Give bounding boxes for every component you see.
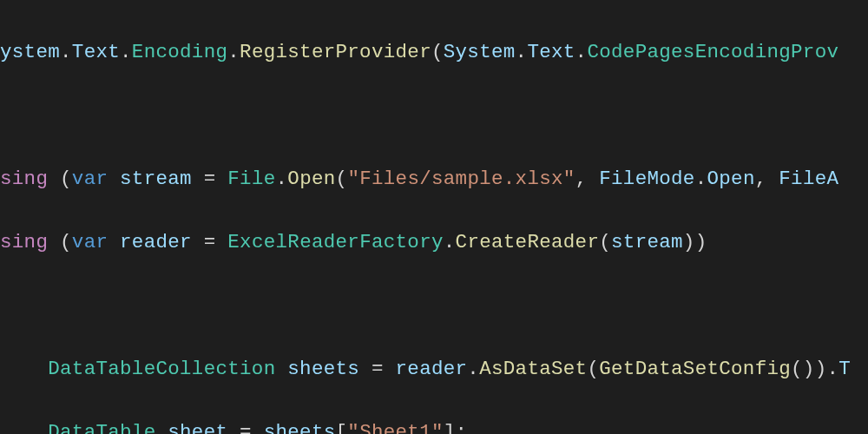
token: File [227,168,275,190]
code-editor[interactable]: ystem.Text.Encoding.RegisterProvider(Sys… [0,0,868,434]
token: AsDataSet [479,358,587,380]
token: ExcelReaderFactory [227,231,443,253]
indent [0,358,48,380]
token: var [72,231,108,253]
token: Open [707,168,754,190]
token: ( [336,168,348,190]
token: = [192,231,227,253]
token: . [120,41,132,63]
token: RegisterProvider [240,41,431,63]
token [275,358,287,380]
token: FileMode [599,168,694,190]
token: . [227,41,240,63]
code-line: sing (var stream = File.Open("Files/samp… [0,163,868,194]
token: Text [72,41,120,63]
token [155,421,168,434]
token: . [516,41,528,63]
token: DataTableCollection [48,358,275,380]
token: "Files/sample.xlsx" [347,168,575,190]
token: DataTable [48,421,155,434]
token: sheets [264,421,336,434]
token: = [359,358,395,380]
token: "Sheet1" [347,421,443,434]
indent [0,421,48,434]
code-line [0,100,868,131]
token: ]; [444,421,468,434]
code-line: sing (var reader = ExcelReaderFactory.Cr… [0,227,868,258]
token: reader [396,358,468,380]
token: FileA [779,168,838,190]
token: sing [0,168,60,190]
token: T [838,358,851,380]
token: , [755,168,779,190]
token: )) [683,231,707,253]
token: . [60,41,72,63]
token: Open [287,168,335,190]
code-line [0,290,868,321]
token: = [227,421,263,434]
token: . [695,168,707,190]
token: ( [60,231,72,253]
token: System [444,41,516,63]
code-line: DataTable sheet = sheets["Sheet1"]; [0,417,868,434]
token [108,231,120,253]
token: sheet [168,421,227,434]
token: Text [527,41,575,63]
token: stream [120,168,192,190]
token: CreateReader [456,231,600,253]
token: ( [431,41,444,63]
token: ( [599,231,611,253]
token: ()). [791,358,838,380]
token: = [192,168,227,190]
token: var [72,168,108,190]
token: ( [587,358,599,380]
token: sing [0,231,60,253]
token: reader [120,231,192,253]
token: ( [60,168,72,190]
token [108,168,120,190]
token: [ [336,421,348,434]
token: CodePagesEncodingProv [587,41,838,63]
code-line: ystem.Text.Encoding.RegisterProvider(Sys… [0,36,868,68]
token: Encoding [132,41,227,63]
code-line: DataTableCollection sheets = reader.AsDa… [0,353,868,385]
token: , [575,168,600,190]
token: . [276,168,288,190]
token: ystem [0,41,60,63]
token: sheets [287,358,359,380]
token: . [467,358,479,380]
token: . [575,41,588,63]
token: stream [611,231,683,253]
token: GetDataSetConfig [599,358,791,380]
token: . [444,231,456,253]
